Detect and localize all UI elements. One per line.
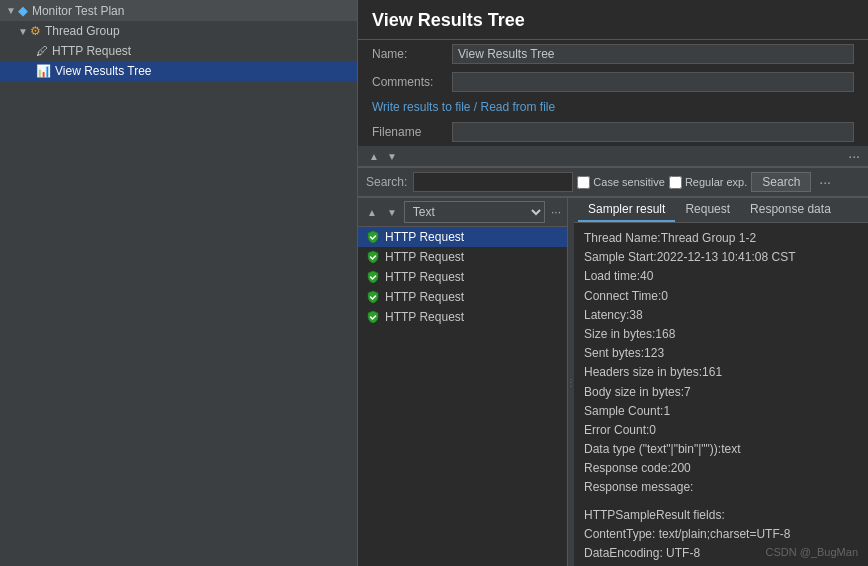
monitor-icon: ◆ — [18, 3, 28, 18]
detail-line: Error Count:0 — [584, 421, 858, 440]
search-input[interactable] — [413, 172, 573, 192]
down-arrow-btn-1[interactable]: ▼ — [384, 150, 400, 163]
gear-icon: ⚙ — [30, 24, 41, 38]
http-icon: 🖊 — [36, 44, 48, 58]
detail-line: Response code:200 — [584, 459, 858, 478]
detail-line: Connect Time:0 — [584, 287, 858, 306]
list-more-btn[interactable]: ··· — [551, 205, 561, 219]
detail-tab-response-data[interactable]: Response data — [740, 198, 841, 222]
detail-line: Sent bytes:123 — [584, 344, 858, 363]
search-bar: Search: Case sensitive Regular exp. Sear… — [358, 167, 868, 197]
result-item-label: HTTP Request — [385, 270, 464, 284]
detail-line: Sample Count:1 — [584, 402, 858, 421]
result-item-label: HTTP Request — [385, 250, 464, 264]
detail-line: Size in bytes:168 — [584, 325, 858, 344]
tree-item-view-results-tree[interactable]: 📊View Results Tree — [0, 61, 357, 81]
detail-tab-request[interactable]: Request — [675, 198, 740, 222]
tree-item-label: View Results Tree — [55, 64, 152, 78]
detail-tab-sampler-result[interactable]: Sampler result — [578, 198, 675, 222]
detail-line: Headers size in bytes:161 — [584, 363, 858, 382]
arrows-row-1: ▲ ▼ ··· — [358, 146, 868, 167]
shield-icon — [366, 230, 380, 244]
result-item-label: HTTP Request — [385, 310, 464, 324]
tree-item-label: Monitor Test Plan — [32, 4, 125, 18]
detail-line: Response message: — [584, 478, 858, 497]
case-sensitive-checkbox[interactable] — [577, 176, 590, 189]
results-list-header: ▲ ▼ Text ··· — [358, 198, 567, 227]
detail-tabs: Sampler resultRequestResponse data — [574, 198, 868, 223]
results-tree-icon: 📊 — [36, 64, 51, 78]
detail-line: ContentType: text/plain;charset=UTF-8 — [584, 525, 858, 544]
name-input[interactable] — [452, 44, 854, 64]
case-sensitive-label[interactable]: Case sensitive — [577, 176, 665, 189]
comments-label: Comments: — [372, 75, 452, 89]
shield-icon — [366, 310, 380, 324]
name-label: Name: — [372, 47, 452, 61]
results-list: ▲ ▼ Text ··· HTTP Request HTTP Request H… — [358, 198, 568, 566]
detail-panel: Sampler resultRequestResponse data Threa… — [574, 198, 868, 566]
detail-line: Latency:38 — [584, 306, 858, 325]
filename-label: Filename — [372, 125, 452, 139]
shield-icon — [366, 290, 380, 304]
list-down-btn[interactable]: ▼ — [384, 206, 400, 219]
result-item[interactable]: HTTP Request — [358, 307, 567, 327]
detail-line: Load time:40 — [584, 267, 858, 286]
results-area: ▲ ▼ Text ··· HTTP Request HTTP Request H… — [358, 197, 868, 566]
detail-line — [584, 498, 858, 506]
list-up-btn[interactable]: ▲ — [364, 206, 380, 219]
up-arrow-btn-1[interactable]: ▲ — [366, 150, 382, 163]
left-panel: ▼◆Monitor Test Plan▼⚙Thread Group🖊HTTP R… — [0, 0, 358, 566]
tree-item-monitor-test-plan[interactable]: ▼◆Monitor Test Plan — [0, 0, 357, 21]
expand-arrow: ▼ — [6, 5, 16, 16]
detail-line: Sample Start:2022-12-13 10:41:08 CST — [584, 248, 858, 267]
file-link[interactable]: Write results to file / Read from file — [358, 96, 868, 118]
comments-row: Comments: — [358, 68, 868, 96]
comments-input[interactable] — [452, 72, 854, 92]
detail-content: Thread Name:Thread Group 1-2Sample Start… — [574, 223, 868, 566]
tree-item-label: Thread Group — [45, 24, 120, 38]
result-item[interactable]: HTTP Request — [358, 287, 567, 307]
expand-arrow: ▼ — [18, 26, 28, 37]
shield-icon — [366, 270, 380, 284]
right-panel: View Results Tree Name: Comments: Write … — [358, 0, 868, 566]
result-item[interactable]: HTTP Request — [358, 227, 567, 247]
search-button[interactable]: Search — [751, 172, 811, 192]
more-options-btn-2[interactable]: ··· — [819, 174, 831, 190]
result-item[interactable]: HTTP Request — [358, 267, 567, 287]
regex-label[interactable]: Regular exp. — [669, 176, 747, 189]
filename-input[interactable] — [452, 122, 854, 142]
tree-item-label: HTTP Request — [52, 44, 131, 58]
name-row: Name: — [358, 40, 868, 68]
panel-title: View Results Tree — [358, 0, 868, 40]
shield-icon — [366, 250, 380, 264]
tree-item-http-request[interactable]: 🖊HTTP Request — [0, 41, 357, 61]
filename-row: Filename — [358, 118, 868, 146]
result-item-label: HTTP Request — [385, 230, 464, 244]
detail-line: Thread Name:Thread Group 1-2 — [584, 229, 858, 248]
results-dropdown[interactable]: Text — [404, 201, 545, 223]
detail-line: HTTPSampleResult fields: — [584, 506, 858, 525]
tree-item-thread-group[interactable]: ▼⚙Thread Group — [0, 21, 357, 41]
result-item[interactable]: HTTP Request — [358, 247, 567, 267]
detail-line: Body size in bytes:7 — [584, 383, 858, 402]
regex-checkbox[interactable] — [669, 176, 682, 189]
detail-line: Data type ("text"|"bin"|"")):text — [584, 440, 858, 459]
watermark: CSDN @_BugMan — [766, 546, 858, 558]
results-items: HTTP Request HTTP Request HTTP Request H… — [358, 227, 567, 566]
search-label: Search: — [366, 175, 407, 189]
more-options-btn-1[interactable]: ··· — [848, 148, 860, 164]
result-item-label: HTTP Request — [385, 290, 464, 304]
